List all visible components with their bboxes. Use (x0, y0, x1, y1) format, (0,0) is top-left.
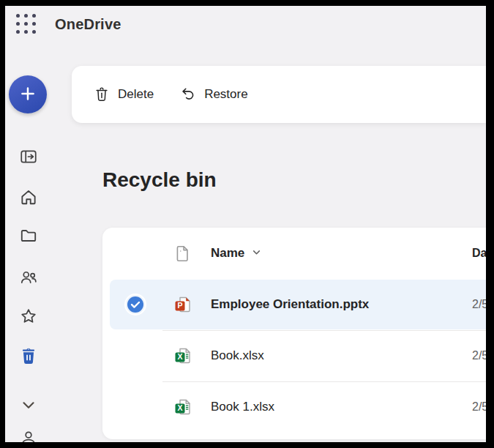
date-deleted: 2/5 (472, 381, 486, 433)
new-button[interactable] (9, 75, 47, 113)
sidebar-item-recycle-bin-icon[interactable] (19, 347, 38, 366)
sidebar-item-people-icon[interactable] (19, 268, 38, 287)
plus-icon (18, 84, 37, 105)
file-name: Book 1.xlsx (211, 381, 274, 433)
restore-button[interactable]: Restore (180, 86, 248, 102)
powerpoint-file-icon: P (173, 295, 192, 314)
sidebar-item-favorites-icon[interactable] (19, 307, 38, 326)
top-bar: OneDrive (5, 6, 486, 47)
sidebar-item-my-files-icon[interactable] (19, 226, 38, 245)
date-deleted: 2/5 (472, 279, 486, 330)
file-name: Book.xlsx (211, 330, 264, 381)
file-row[interactable]: X Book 1.xlsx 2/5 (102, 381, 486, 433)
app-title: OneDrive (55, 16, 121, 33)
page-title: Recycle bin (102, 168, 217, 192)
restore-button-label: Restore (204, 87, 248, 102)
excel-file-icon: X (173, 346, 192, 365)
file-name: Employee Orientation.pptx (211, 279, 369, 330)
sidebar-item-home-icon[interactable] (19, 187, 38, 206)
svg-text:P: P (177, 301, 182, 310)
document-icon (173, 244, 192, 263)
delete-button[interactable]: Delete (94, 86, 154, 102)
file-type-column-header[interactable] (173, 244, 192, 263)
name-column-label: Name (211, 246, 244, 261)
table-header: Name Da (102, 228, 486, 279)
file-row[interactable]: P Employee Orientation.pptx 2/5 (102, 279, 486, 330)
onedrive-app: OneDrive Delete Restore Recycle bin (5, 6, 486, 442)
selected-check-icon[interactable] (126, 295, 145, 314)
trash-icon (94, 86, 110, 102)
app-launcher-icon[interactable] (16, 14, 36, 34)
svg-text:X: X (177, 352, 182, 361)
chevron-down-icon (252, 246, 261, 261)
file-row[interactable]: X Book.xlsx 2/5 (102, 330, 486, 381)
date-deleted: 2/5 (472, 330, 486, 381)
sidebar-item-expand-navigation-icon[interactable] (19, 147, 38, 166)
sidebar-item-account-icon[interactable] (19, 429, 38, 442)
file-rows: P Employee Orientation.pptx 2/5 X Book.x… (102, 279, 486, 433)
restore-arrow-icon (180, 86, 196, 102)
svg-text:X: X (177, 403, 182, 412)
command-bar: Delete Restore (72, 66, 486, 123)
delete-button-label: Delete (118, 87, 154, 102)
date-column-header[interactable]: Da (472, 228, 486, 279)
file-list-panel: Name Da P Employee Orientation.pptx 2/5 … (102, 228, 486, 439)
sidebar-item-more-icon[interactable] (19, 395, 38, 414)
name-column-header[interactable]: Name (211, 228, 261, 279)
excel-file-icon: X (173, 397, 192, 417)
window-frame: OneDrive Delete Restore Recycle bin (0, 0, 494, 448)
